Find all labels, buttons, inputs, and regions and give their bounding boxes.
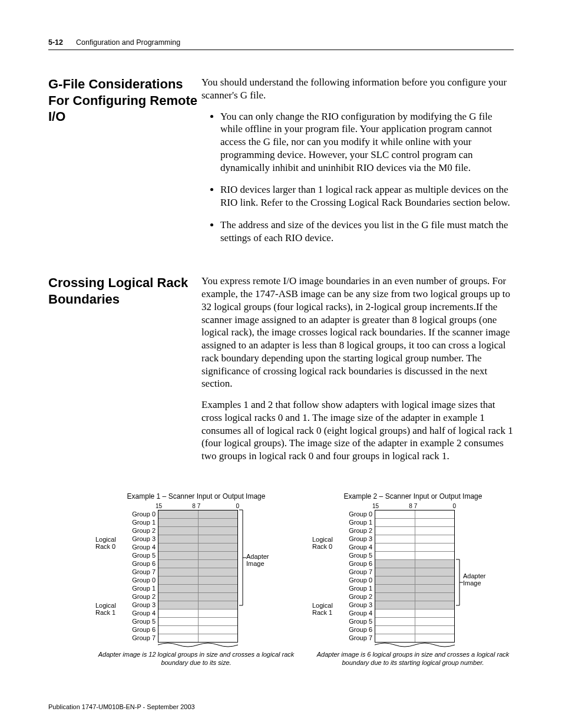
rack-label: Logical Rack 1 xyxy=(95,602,125,616)
group-label: Group 5 xyxy=(342,617,372,625)
group-label: Group 4 xyxy=(342,609,372,617)
bit-axis: 15 8 7 0 xyxy=(375,503,455,510)
diagram-caption: Adapter image is 12 logical groups in si… xyxy=(95,651,297,667)
group-label: Group 6 xyxy=(125,559,156,568)
grid-row xyxy=(375,568,454,576)
grid-row xyxy=(158,535,237,543)
header-chapter-title: Configuration and Programming xyxy=(76,38,180,47)
grid-row xyxy=(375,609,454,617)
page-number: 5-12 xyxy=(48,38,63,47)
grid-row xyxy=(375,592,454,601)
list-item: The address and size of the devices you … xyxy=(220,219,514,245)
rack-label: Logical Rack 0 xyxy=(312,536,342,550)
group-label: Group 5 xyxy=(125,617,156,625)
section-gfile: G-File Considerations For Configuring Re… xyxy=(48,76,514,253)
rack-label: Logical Rack 1 xyxy=(312,602,342,616)
page-header: 5-12 Configuration and Programming xyxy=(48,38,514,50)
diagram-title: Example 1 – Scanner Input or Output Imag… xyxy=(95,492,297,500)
body-paragraph: Examples 1 and 2 that follow show adapte… xyxy=(201,398,514,463)
group-label: Group 7 xyxy=(342,568,372,576)
section-crossing: Crossing Logical Rack Boundaries You exp… xyxy=(48,275,514,471)
bullet-list: You can only change the RIO configuratio… xyxy=(204,110,514,245)
list-item: You can only change the RIO configuratio… xyxy=(220,110,514,174)
grid-row xyxy=(375,543,454,551)
group-label: Group 5 xyxy=(125,551,156,559)
memory-grid xyxy=(158,510,238,643)
grid-row xyxy=(158,510,237,518)
grid-row xyxy=(158,568,237,576)
grid-row xyxy=(375,559,454,568)
grid-row xyxy=(375,617,454,625)
bit-label-87: 8 7 xyxy=(407,503,419,509)
diagram-caption: Adapter image is 6 logical groups in siz… xyxy=(312,651,514,667)
grid-row xyxy=(158,551,237,559)
group-label: Group 1 xyxy=(342,518,372,526)
group-label: Group 1 xyxy=(125,584,156,592)
bit-label-87: 8 7 xyxy=(190,503,202,509)
group-label: Group 0 xyxy=(342,576,372,584)
group-label: Group 7 xyxy=(125,634,156,642)
grid-row xyxy=(375,526,454,535)
group-label: Group 3 xyxy=(125,535,156,543)
group-label: Group 0 xyxy=(125,576,156,584)
group-label: Group 0 xyxy=(125,510,156,518)
group-label: Group 2 xyxy=(125,592,156,601)
diagram-title: Example 2 – Scanner Input or Output Imag… xyxy=(312,492,514,500)
group-label: Group 2 xyxy=(125,526,156,535)
grid-row xyxy=(375,551,454,559)
group-label: Group 3 xyxy=(342,601,372,609)
rack-labels-col: Logical Rack 0 Logical Rack 1 xyxy=(312,503,342,642)
group-label: Group 4 xyxy=(125,543,156,551)
group-label: Group 5 xyxy=(342,551,372,559)
group-labels-col: Group 0Group 1Group 2Group 3Group 4Group… xyxy=(342,503,375,642)
group-label: Group 3 xyxy=(342,535,372,543)
grid-row xyxy=(158,559,237,568)
section-heading-gfile: G-File Considerations For Configuring Re… xyxy=(48,76,201,253)
grid-row xyxy=(158,625,237,634)
rack-labels-col: Logical Rack 0 Logical Rack 1 xyxy=(95,503,125,642)
grid-row xyxy=(375,510,454,518)
intro-paragraph: You should understand the following info… xyxy=(201,76,514,102)
group-label: Group 6 xyxy=(342,625,372,634)
group-label: Group 4 xyxy=(125,609,156,617)
grid-row xyxy=(375,576,454,584)
group-label: Group 6 xyxy=(342,559,372,568)
group-label: Group 7 xyxy=(125,568,156,576)
body-paragraph: You express remote I/O image boundaries … xyxy=(201,275,514,390)
grid-row xyxy=(375,625,454,634)
grid-row xyxy=(375,518,454,526)
bit-label-15: 15 xyxy=(372,503,379,509)
group-label: Group 0 xyxy=(342,510,372,518)
group-label: Group 7 xyxy=(342,634,372,642)
grid-row xyxy=(158,518,237,526)
memory-grid xyxy=(375,510,455,643)
section-heading-crossing: Crossing Logical Rack Boundaries xyxy=(48,275,201,471)
grid-row xyxy=(375,584,454,592)
diagrams-row: Example 1 – Scanner Input or Output Imag… xyxy=(48,492,514,667)
diagram-example-1: Example 1 – Scanner Input or Output Imag… xyxy=(48,492,297,667)
grid-row xyxy=(158,584,237,592)
grid-row xyxy=(158,601,237,609)
grid-row xyxy=(158,609,237,617)
tear-line-icon xyxy=(158,643,238,647)
grid-row xyxy=(375,601,454,609)
group-label: Group 2 xyxy=(342,592,372,601)
grid-row xyxy=(158,617,237,625)
group-label: Group 4 xyxy=(342,543,372,551)
adapter-image-label: Adapter Image xyxy=(463,572,491,587)
section-body-gfile: You should understand the following info… xyxy=(201,76,514,253)
group-label: Group 1 xyxy=(125,518,156,526)
bit-label-15: 15 xyxy=(156,503,162,509)
bit-axis: 15 8 7 0 xyxy=(158,503,238,510)
list-item: RIO devices larger than 1 logical rack a… xyxy=(220,183,514,209)
section-body-crossing: You express remote I/O image boundaries … xyxy=(201,275,514,471)
grid-row xyxy=(158,543,237,551)
group-label: Group 2 xyxy=(342,526,372,535)
grid-row xyxy=(158,526,237,535)
group-labels-col: Group 0Group 1Group 2Group 3Group 4Group… xyxy=(125,503,158,642)
grid-row xyxy=(158,576,237,584)
grid-row xyxy=(158,592,237,601)
group-label: Group 1 xyxy=(342,584,372,592)
grid-row xyxy=(375,634,454,642)
rack-label: Logical Rack 0 xyxy=(95,536,125,550)
